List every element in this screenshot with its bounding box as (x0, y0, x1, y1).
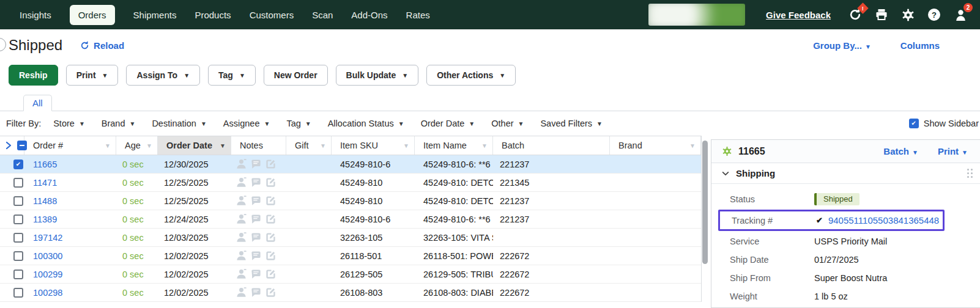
filter-saved-filters[interactable]: Saved Filters▼ (540, 119, 603, 128)
show-sidebar-checkbox[interactable] (909, 119, 919, 128)
filter-order-date[interactable]: Order Date▼ (421, 119, 475, 128)
column-header-gift[interactable]: Gift▼ (286, 136, 332, 155)
print-dropdown[interactable]: Print▼ (938, 146, 968, 156)
table-row[interactable]: 1971420 sec12/03/202532263-10532263-105:… (0, 229, 701, 247)
nav-item-orders[interactable]: Orders (70, 5, 115, 25)
edit-note-icon[interactable] (265, 287, 277, 298)
order-number-link[interactable]: 11488 (33, 196, 57, 206)
column-header-item-sku[interactable]: Item SKU▼ (332, 136, 415, 155)
nav-item-scan[interactable]: Scan (312, 10, 333, 20)
row-checkbox[interactable] (13, 178, 23, 188)
refresh-icon[interactable]: ! (847, 6, 864, 23)
row-checkbox[interactable] (13, 270, 23, 279)
column-filter-icon[interactable]: ▼ (320, 142, 326, 149)
edit-note-icon[interactable] (265, 213, 277, 225)
column-header-order-date[interactable]: Order Date▼ (158, 136, 231, 155)
assign-user-icon[interactable] (236, 213, 247, 225)
column-filter-icon[interactable]: ▼ (689, 142, 696, 149)
assign-user-icon[interactable] (236, 287, 247, 298)
order-number-link[interactable]: 100299 (33, 270, 62, 279)
other-actions-dropdown-button[interactable]: Other Actions▼ (426, 65, 516, 86)
row-checkbox[interactable] (13, 288, 23, 298)
column-header-brand[interactable]: Brand▼ (610, 136, 701, 155)
reship-button[interactable]: Reship (9, 65, 58, 86)
row-checkbox[interactable] (13, 233, 23, 243)
assign-to-dropdown-button[interactable]: Assign To▼ (126, 65, 200, 86)
tag-dropdown-button[interactable]: Tag▼ (208, 65, 256, 86)
printer-icon[interactable] (873, 6, 890, 23)
help-icon[interactable]: ? (926, 6, 943, 23)
tracking-number-link[interactable]: 9405511105503841365448 (828, 215, 939, 226)
print-dropdown-button[interactable]: Print▼ (66, 65, 119, 86)
note-icon[interactable] (250, 177, 262, 188)
nav-item-rates[interactable]: Rates (406, 10, 430, 20)
new-order-button[interactable]: New Order (264, 65, 328, 86)
column-header-notes[interactable]: Notes (231, 136, 286, 155)
table-row[interactable]: 1003000 sec12/02/202526118-50126118-501:… (0, 247, 701, 265)
row-checkbox[interactable] (13, 215, 23, 224)
note-icon[interactable] (250, 213, 262, 225)
row-checkbox[interactable] (13, 196, 23, 206)
assign-user-icon[interactable] (236, 250, 247, 262)
gear-icon[interactable] (899, 6, 916, 23)
order-number-link[interactable]: 197142 (33, 233, 62, 243)
table-row[interactable]: 1002980 sec12/02/202526108-80326108-803:… (0, 284, 701, 302)
edit-note-icon[interactable] (265, 268, 277, 280)
edit-note-icon[interactable] (265, 195, 277, 207)
edit-note-icon[interactable] (265, 232, 277, 243)
table-row[interactable]: 116650 sec12/30/202545249-810-645249-810… (0, 155, 701, 174)
expand-all-chevron-icon[interactable] (4, 141, 13, 150)
table-row[interactable]: 114880 sec12/25/202545249-81045249-810: … (0, 192, 701, 210)
order-number-link[interactable]: 100298 (33, 288, 62, 298)
filter-tag[interactable]: Tag▼ (286, 119, 311, 128)
batch-dropdown[interactable]: Batch▼ (883, 146, 918, 156)
filter-brand[interactable]: Brand▼ (102, 119, 136, 128)
order-number-link[interactable]: 11665 (33, 160, 57, 169)
table-row[interactable]: 114710 sec12/25/202545249-81045249-810: … (0, 174, 701, 192)
filter-destination[interactable]: Destination▼ (152, 119, 206, 128)
shipping-section-header[interactable]: Shipping (711, 163, 980, 184)
user-icon[interactable]: 2 (952, 6, 969, 23)
note-icon[interactable] (250, 268, 262, 280)
column-filter-icon[interactable]: ▼ (146, 142, 152, 149)
note-icon[interactable] (250, 195, 262, 207)
column-filter-icon[interactable]: ▼ (481, 142, 488, 149)
group-by-dropdown[interactable]: Group By...▼ (813, 40, 871, 51)
column-header-order-number[interactable]: Order #▼ (24, 136, 116, 155)
reload-button[interactable]: Reload (80, 40, 124, 51)
column-filter-icon[interactable]: ▼ (403, 142, 409, 149)
tab-all[interactable]: All (23, 95, 52, 111)
note-icon[interactable] (250, 158, 262, 170)
column-header-age[interactable]: Age▼ (116, 136, 158, 155)
scrollbar-thumb[interactable] (702, 141, 708, 264)
column-header-item-name[interactable]: Item Name▼ (415, 136, 493, 155)
assign-user-icon[interactable] (236, 268, 247, 280)
edit-note-icon[interactable] (265, 177, 277, 188)
column-filter-icon[interactable]: ▼ (105, 142, 111, 149)
filter-assignee[interactable]: Assignee▼ (223, 119, 270, 128)
assign-user-icon[interactable] (236, 195, 247, 207)
note-icon[interactable] (250, 232, 262, 243)
edit-note-icon[interactable] (265, 250, 277, 262)
drag-handle[interactable] (967, 169, 973, 178)
order-number-link[interactable]: 100300 (33, 251, 62, 261)
assign-user-icon[interactable] (236, 232, 247, 243)
note-icon[interactable] (250, 250, 262, 262)
filter-allocation-status[interactable]: Allocation Status▼ (328, 119, 404, 128)
nav-item-products[interactable]: Products (195, 10, 231, 20)
assign-user-icon[interactable] (236, 158, 247, 170)
order-number-link[interactable]: 11389 (33, 215, 57, 224)
nav-item-shipments[interactable]: Shipments (133, 10, 177, 20)
edit-note-icon[interactable] (265, 158, 277, 170)
row-checkbox[interactable] (13, 251, 23, 261)
columns-button[interactable]: Columns (900, 40, 940, 51)
sort-arrow-icon[interactable]: ▼ (220, 142, 226, 149)
row-checkbox[interactable] (13, 160, 23, 169)
note-icon[interactable] (250, 287, 262, 298)
nav-item-addons[interactable]: Add-Ons (351, 10, 387, 20)
nav-item-customers[interactable]: Customers (250, 10, 294, 20)
filter-other[interactable]: Other▼ (491, 119, 524, 128)
filter-store[interactable]: Store▼ (53, 119, 85, 128)
bulk-update-dropdown-button[interactable]: Bulk Update▼ (336, 65, 419, 86)
assign-user-icon[interactable] (236, 177, 247, 188)
